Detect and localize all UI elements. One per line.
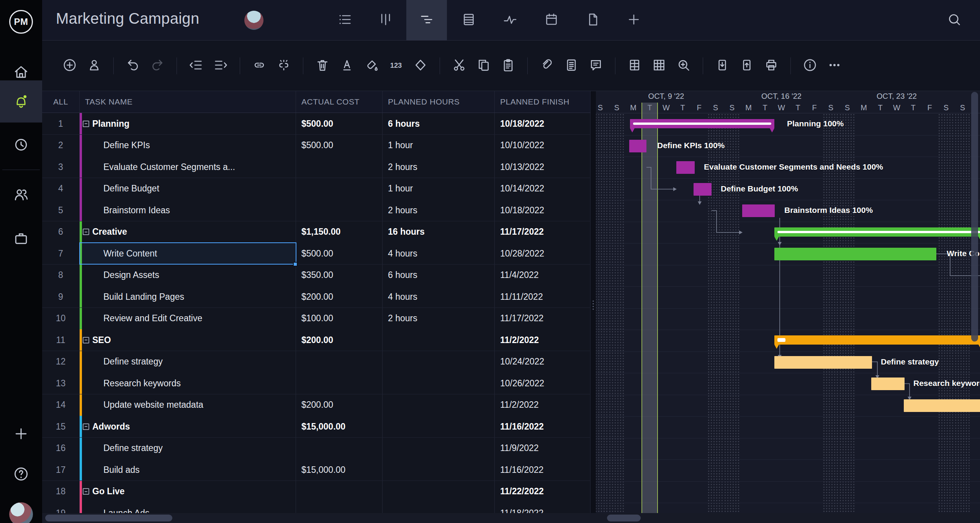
actual-cost-cell[interactable]	[296, 373, 383, 394]
task-name-cell[interactable]: Define strategy	[80, 438, 296, 459]
task-name-cell[interactable]: Define strategy	[80, 351, 296, 373]
column-header-task-name[interactable]: TASK NAME	[80, 91, 296, 113]
planned-hours-cell[interactable]: 1 hour	[383, 135, 495, 156]
project-owner-avatar[interactable]	[244, 11, 263, 30]
notes-button[interactable]	[559, 54, 584, 78]
actual-cost-cell[interactable]: $500.00	[296, 243, 383, 264]
outdent-button[interactable]	[184, 54, 208, 78]
task-name-cell[interactable]: Launch Ads	[80, 502, 296, 513]
task-row-14[interactable]: 14Update website metadata$200.0011/2/202…	[42, 394, 591, 416]
task-name-cell[interactable]: Go Live	[80, 481, 296, 502]
actual-cost-cell[interactable]	[296, 351, 383, 373]
task-row-15[interactable]: 15Adwords$15,000.0011/16/2022	[42, 416, 591, 438]
task-row-13[interactable]: 13Research keywords10/26/2022	[42, 373, 591, 394]
search-button[interactable]	[938, 0, 971, 41]
delete-button[interactable]	[310, 54, 335, 78]
info-button[interactable]	[798, 54, 822, 78]
milestone-button[interactable]	[408, 54, 433, 78]
actual-cost-cell[interactable]	[296, 156, 383, 178]
number-format-button[interactable]: 123	[384, 54, 408, 78]
gantt-summary-bar[interactable]	[774, 227, 980, 237]
actual-cost-cell[interactable]: $200.00	[296, 329, 383, 351]
task-name-cell[interactable]: Evaluate Customer Segments a...	[80, 156, 296, 178]
planned-finish-cell[interactable]: 11/16/2022	[495, 459, 591, 481]
planned-finish-cell[interactable]: 10/24/2022	[495, 351, 591, 373]
tab-view-kanban[interactable]	[365, 0, 406, 41]
rail-item-portfolio[interactable]	[0, 218, 42, 260]
table-hscroll-thumb[interactable]	[45, 515, 172, 521]
planned-hours-cell[interactable]: 6 hours	[383, 265, 495, 286]
split-view-button[interactable]	[622, 54, 647, 78]
actual-cost-cell[interactable]: $15,000.00	[296, 459, 383, 481]
planned-hours-cell[interactable]	[383, 351, 495, 373]
planned-hours-cell[interactable]: 2 hours	[383, 308, 495, 329]
planned-hours-cell[interactable]: 6 hours	[383, 113, 495, 134]
planned-finish-cell[interactable]: 10/18/2022	[495, 199, 591, 221]
task-name-cell[interactable]: Build ads	[80, 459, 296, 481]
planned-hours-cell[interactable]	[383, 459, 495, 481]
task-row-18[interactable]: 18Go Live11/22/2022	[42, 481, 591, 503]
font-color-button[interactable]	[335, 54, 359, 78]
gantt-task-bar[interactable]	[774, 356, 872, 369]
gantt-summary-bar[interactable]	[774, 335, 980, 345]
planned-finish-cell[interactable]: 11/17/2022	[495, 308, 591, 329]
planned-finish-cell[interactable]: 11/22/2022	[495, 481, 591, 502]
tab-view-sheet[interactable]	[448, 0, 489, 41]
tab-view-document[interactable]	[573, 0, 613, 41]
gantt-task-bar[interactable]	[694, 183, 712, 196]
column-header-actual-cost[interactable]: ACTUAL COST	[296, 91, 383, 113]
task-row-19[interactable]: 19Launch Ads11/18/2022	[42, 502, 591, 513]
actual-cost-cell[interactable]: $1,150.00	[296, 221, 383, 243]
tab-view-calendar[interactable]	[531, 0, 572, 41]
task-name-cell[interactable]: Define Budget	[80, 178, 296, 199]
planned-hours-cell[interactable]	[383, 394, 495, 416]
planned-hours-cell[interactable]	[383, 481, 495, 502]
planned-hours-cell[interactable]: 2 hours	[383, 199, 495, 221]
actual-cost-cell[interactable]	[296, 199, 383, 221]
assign-people-button[interactable]	[82, 54, 106, 78]
actual-cost-cell[interactable]: $500.00	[296, 113, 383, 134]
task-row-11[interactable]: 11SEO$200.0011/2/2022	[42, 329, 591, 351]
tab-view-list[interactable]	[325, 0, 365, 41]
actual-cost-cell[interactable]: $200.00	[296, 286, 383, 307]
planned-finish-cell[interactable]: 11/2/2022	[495, 329, 591, 351]
planned-finish-cell[interactable]: 10/13/2022	[495, 156, 591, 178]
pm-logo[interactable]: PM	[0, 5, 42, 38]
task-name-cell[interactable]: Review and Edit Creative	[80, 308, 296, 329]
task-name-cell[interactable]: Design Assets	[80, 265, 296, 286]
collapse-toggle[interactable]	[83, 337, 89, 343]
planned-finish-cell[interactable]: 10/26/2022	[495, 373, 591, 394]
rail-item-team[interactable]	[0, 174, 42, 216]
actual-cost-cell[interactable]	[296, 178, 383, 199]
task-row-17[interactable]: 17Build ads$15,000.0011/16/2022	[42, 459, 591, 481]
planned-hours-cell[interactable]: 1 hour	[383, 178, 495, 199]
copy-button[interactable]	[471, 54, 496, 78]
task-name-cell[interactable]: Creative	[80, 221, 296, 243]
planned-hours-cell[interactable]	[383, 373, 495, 394]
export-button[interactable]	[735, 54, 759, 78]
column-header-planned-finish[interactable]: PLANNED FINISH	[495, 91, 591, 113]
print-button[interactable]	[759, 54, 784, 78]
actual-cost-cell[interactable]	[296, 502, 383, 513]
planned-hours-cell[interactable]: 16 hours	[383, 221, 495, 243]
task-row-4[interactable]: 4Define Budget1 hour10/14/2022	[42, 178, 591, 200]
tab-view-gantt[interactable]	[406, 0, 447, 41]
collapse-toggle[interactable]	[83, 423, 89, 430]
attachment-button[interactable]	[535, 54, 559, 78]
collapse-toggle[interactable]	[83, 488, 89, 495]
tab-add-view[interactable]	[614, 0, 654, 41]
task-name-cell[interactable]: Planning	[80, 113, 296, 134]
cut-button[interactable]	[447, 54, 471, 78]
planned-finish-cell[interactable]: 11/16/2022	[495, 416, 591, 437]
planned-finish-cell[interactable]: 10/10/2022	[495, 135, 591, 156]
actual-cost-cell[interactable]: $15,000.00	[296, 416, 383, 437]
grid-settings-button[interactable]	[647, 54, 671, 78]
planned-finish-cell[interactable]: 11/4/2022	[495, 265, 591, 286]
gantt-vscroll-thumb[interactable]	[971, 92, 978, 342]
selection-fill-handle[interactable]	[293, 262, 298, 266]
gantt-task-bar[interactable]	[629, 140, 646, 152]
planned-finish-cell[interactable]: 11/17/2022	[495, 221, 591, 243]
column-header-planned-hours[interactable]: PLANNED HOURS	[383, 91, 495, 113]
table-gantt-splitter[interactable]	[591, 91, 596, 513]
task-row-9[interactable]: 9Build Landing Pages$200.004 hours11/11/…	[42, 286, 591, 308]
